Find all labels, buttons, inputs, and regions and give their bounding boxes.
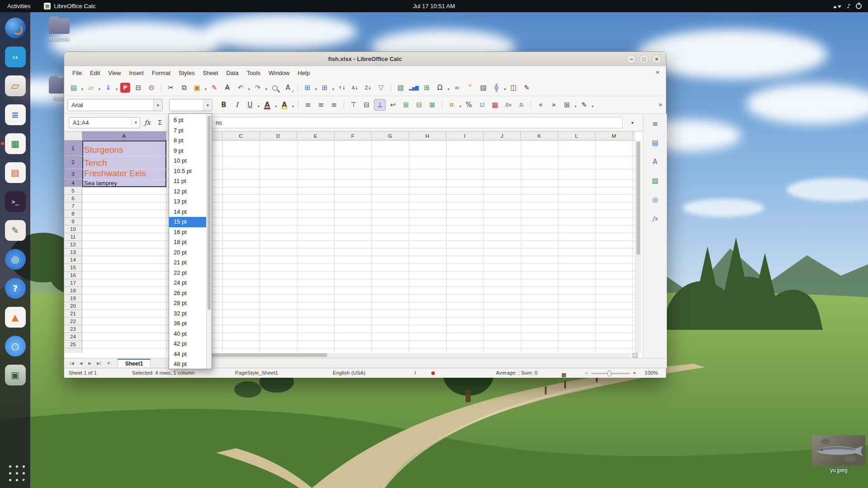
window-titlebar[interactable]: fish.xlsx - LibreOffice Calc − □ × (64, 52, 666, 66)
language[interactable]: English (USA) (333, 370, 365, 375)
pivot-table-icon[interactable]: ⊞ (421, 82, 433, 94)
row-header[interactable]: 18 (64, 287, 82, 295)
vertical-scrollbar[interactable] (635, 141, 641, 353)
function-wizard-icon[interactable]: ƒx (142, 117, 153, 128)
gallery-icon[interactable]: ▧ (648, 174, 662, 187)
files-icon[interactable]: ▱ (5, 75, 26, 96)
row-header-3[interactable]: 3 (64, 169, 82, 179)
redo-icon[interactable]: ↷ (252, 82, 264, 94)
split-handle[interactable] (632, 353, 638, 358)
dropdown-scrollbar[interactable] (206, 114, 212, 369)
code-editor-icon[interactable]: ‹› (5, 47, 26, 67)
bold-icon[interactable]: B (218, 99, 230, 111)
gimp-icon[interactable]: ✎ (5, 220, 26, 241)
navigator-icon[interactable]: ◎ (648, 193, 662, 206)
font-size-option[interactable]: 12 pt (169, 187, 207, 197)
menu-item[interactable]: View (104, 68, 124, 78)
font-size-option[interactable]: 36 pt (169, 319, 207, 329)
font-size-option[interactable]: 40 pt (169, 329, 207, 339)
font-size-option[interactable]: 21 pt (169, 258, 207, 268)
row-header[interactable]: 13 (64, 249, 82, 256)
add-sheet-icon[interactable]: + (104, 360, 113, 366)
vlc-icon[interactable]: ▲ (5, 307, 26, 328)
font-color-icon[interactable]: A (261, 99, 273, 111)
font-size-option[interactable]: 42 pt (169, 339, 207, 349)
name-box-value[interactable]: A1:A4 (69, 119, 132, 126)
row-header[interactable]: 8 (64, 210, 82, 218)
styles-icon[interactable]: A (648, 155, 662, 168)
insert-comment-icon[interactable]: “ (464, 82, 476, 94)
font-size-option[interactable]: 18 pt (169, 237, 207, 248)
sidebar-settings-icon[interactable]: ≡ (648, 117, 662, 130)
menu-item[interactable]: Sheet (199, 68, 222, 78)
special-character-icon[interactable]: Ω (434, 82, 446, 94)
underline-icon[interactable]: U (244, 99, 256, 111)
font-size-option[interactable]: 8 pt (169, 136, 207, 146)
format-currency-icon[interactable]: ¤ (446, 99, 458, 111)
delete-decimal-icon[interactable]: .0- (515, 99, 527, 111)
font-size-option[interactable]: 15 pt (169, 217, 207, 227)
chevron-down-icon[interactable]: ▾ (203, 99, 212, 111)
unmerge-cells-icon[interactable]: ⊠ (426, 99, 438, 111)
row-header[interactable]: 22 (64, 318, 82, 325)
copy-icon[interactable]: ⧉ (178, 82, 190, 94)
insert-chart-icon[interactable]: ▂▅▇ (408, 82, 420, 94)
format-percent-icon[interactable]: % (463, 99, 475, 111)
font-size-option[interactable]: 32 pt (169, 309, 207, 319)
border-style-icon[interactable]: ✎ (578, 99, 590, 111)
row-header[interactable]: 11 (64, 233, 82, 241)
row-header-1[interactable]: 1 (64, 141, 82, 156)
font-size-combo[interactable]: ▾ (169, 99, 212, 111)
app-icon-blue[interactable]: ◎ (5, 249, 26, 270)
vertical-scrollbar-thumb[interactable] (637, 141, 640, 255)
select-all-corner[interactable] (64, 131, 82, 141)
column-header[interactable]: H (409, 131, 447, 140)
font-size-option[interactable]: 48 pt (169, 359, 207, 369)
clone-formatting-icon[interactable]: ✎ (208, 82, 220, 94)
toolbar-overflow-icon[interactable]: » (657, 101, 664, 108)
system-tray[interactable]: ♪ (833, 3, 868, 9)
row-header[interactable]: 17 (64, 279, 82, 287)
maximize-button[interactable]: □ (639, 54, 649, 64)
row-header[interactable]: 7 (64, 202, 82, 210)
libreoffice-impress-icon[interactable]: ▤ (5, 162, 26, 183)
font-size-option[interactable]: 44 pt (169, 349, 207, 360)
highlight-color-icon[interactable]: A (278, 99, 290, 111)
row-header[interactable]: 9 (64, 218, 82, 225)
minimize-button[interactable]: − (627, 54, 636, 64)
libreoffice-calc-icon[interactable]: ▦ (5, 133, 26, 154)
app-indicator[interactable]: ▦ LibreOffice Calc (38, 3, 102, 9)
align-bottom-icon[interactable]: ⊥ (374, 99, 386, 111)
properties-icon[interactable]: ▤ (648, 136, 662, 149)
column-header[interactable]: M (595, 131, 633, 140)
freeze-panes-icon[interactable]: ╬ (491, 82, 502, 94)
row-header[interactable]: 20 (64, 302, 82, 310)
row-header-2[interactable]: 2 (64, 156, 82, 169)
app-grid-button[interactable] (5, 462, 25, 482)
align-right-icon[interactable]: ≡ (328, 99, 340, 111)
next-sheet-icon[interactable]: ▶ (86, 361, 94, 366)
menu-item[interactable]: Edit (86, 68, 104, 78)
add-decimal-icon[interactable]: .0+ (502, 99, 514, 111)
text-editor-icon[interactable]: ≡ (5, 104, 26, 125)
clear-formatting-icon[interactable]: A (222, 82, 233, 94)
zoom-level[interactable]: 100% (645, 370, 658, 375)
export-pdf-icon[interactable]: P (120, 83, 130, 93)
prev-sheet-icon[interactable]: ◀ (77, 361, 85, 366)
font-size-option[interactable]: 10.5 pt (169, 166, 207, 177)
menu-item[interactable]: Styles (175, 68, 198, 78)
insert-column-icon[interactable]: ⊞ (319, 82, 330, 94)
wrap-text-icon[interactable]: ↩ (387, 99, 399, 111)
hyperlink-icon[interactable]: ∞ (451, 82, 463, 94)
format-date-icon[interactable]: ▦ (489, 99, 501, 111)
insert-row-icon[interactable]: ⊞ (302, 82, 313, 94)
zoom-out-button[interactable]: − (585, 370, 588, 375)
font-size-option[interactable]: 9 pt (169, 146, 207, 156)
column-header[interactable]: C (222, 131, 260, 140)
zoom-slider-thumb[interactable] (608, 371, 611, 376)
last-sheet-icon[interactable]: ▶| (95, 361, 103, 366)
column-header[interactable]: I (446, 131, 484, 140)
sheet-info[interactable]: Sheet 1 of 1 (69, 370, 97, 375)
font-name-value[interactable]: Arial (68, 102, 153, 108)
column-header[interactable]: L (558, 131, 596, 140)
